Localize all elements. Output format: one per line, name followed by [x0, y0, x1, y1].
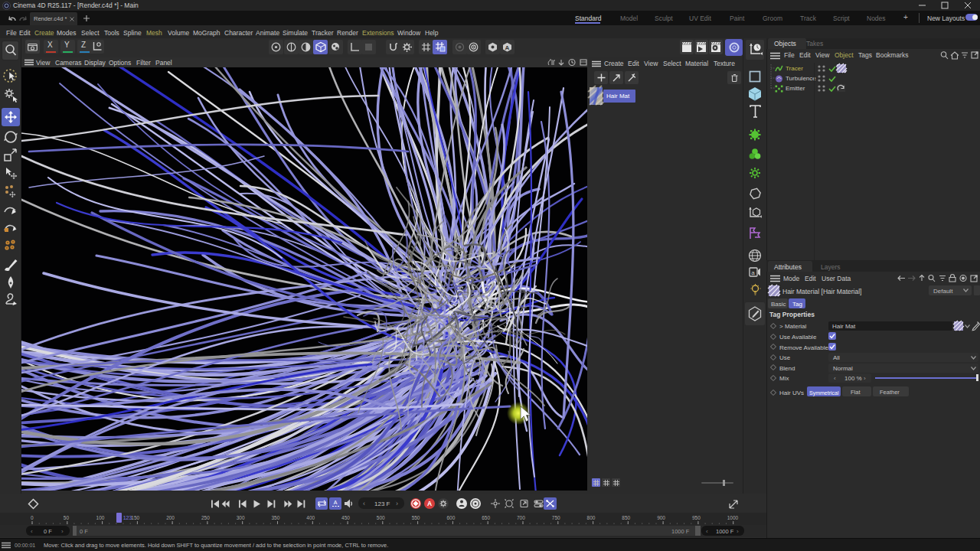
svg-text:A: A — [427, 500, 432, 507]
svg-text:A: A — [334, 500, 338, 505]
svg-text:a: a — [751, 269, 755, 276]
svg-text:A: A — [505, 44, 510, 51]
